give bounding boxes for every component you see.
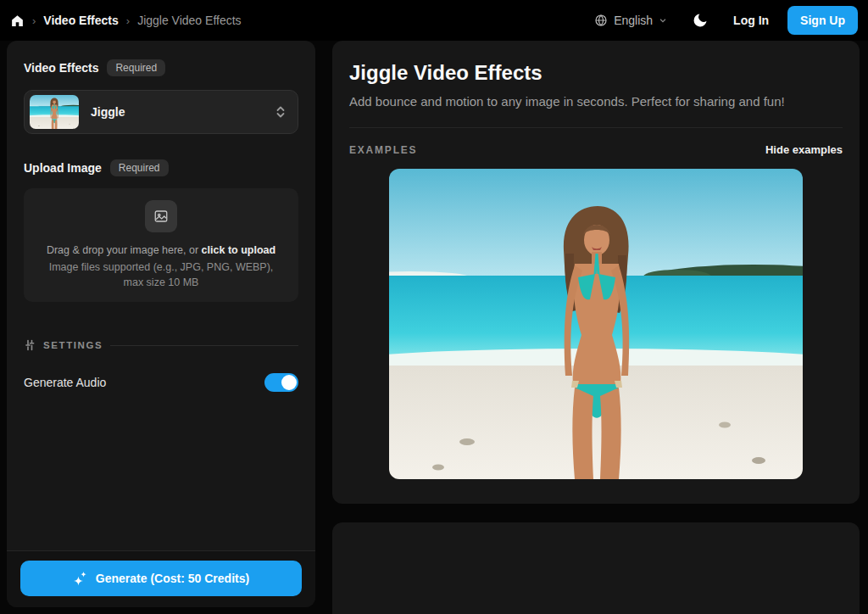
language-selector[interactable]: English — [591, 8, 670, 32]
page-title: Jiggle Video Effects — [349, 61, 843, 85]
login-button[interactable]: Log In — [723, 7, 779, 34]
image-dropzone[interactable]: Drag & drop your image here, or click to… — [24, 188, 298, 302]
settings-label: SETTINGS — [43, 340, 103, 350]
effect-detail-panel: Jiggle Video Effects Add bounce and moti… — [332, 41, 860, 504]
content-divider — [349, 127, 843, 128]
video-effects-field-header: Video Effects Required — [24, 59, 298, 76]
navbar-actions: English Log In Sign Up — [591, 6, 858, 35]
settings-section-header: SETTINGS — [24, 339, 298, 351]
signup-button[interactable]: Sign Up — [787, 6, 858, 35]
page-subtitle: Add bounce and motion to any image in se… — [349, 94, 843, 109]
language-label: English — [614, 14, 653, 27]
generate-audio-row: Generate Audio — [24, 373, 298, 392]
dark-mode-toggle[interactable] — [686, 6, 715, 35]
video-effects-label: Video Effects — [24, 61, 98, 75]
required-badge: Required — [107, 59, 165, 76]
dropzone-instruction: Drag & drop your image here, or click to… — [47, 243, 275, 259]
globe-icon — [594, 14, 608, 27]
dropzone-instruction-text: Drag & drop your image here, or — [47, 244, 202, 256]
top-navbar: › Video Effects › Jiggle Video Effects E… — [0, 0, 868, 41]
examples-label: EXAMPLES — [349, 144, 417, 156]
sidebar-footer: Generate (Cost: 50 Credits) — [7, 550, 315, 607]
upload-image-label: Upload Image — [24, 161, 102, 175]
dropzone-filetypes: Image files supported (e.g., JPG, PNG, W… — [44, 260, 278, 290]
effect-select[interactable]: Jiggle — [24, 90, 298, 134]
settings-divider — [110, 345, 298, 346]
generate-button-label: Generate (Cost: 50 Credits) — [96, 572, 249, 585]
image-placeholder-icon — [145, 200, 177, 232]
upload-field-header: Upload Image Required — [24, 159, 298, 176]
effect-select-value: Jiggle — [91, 105, 275, 119]
home-icon[interactable] — [10, 14, 25, 28]
required-badge: Required — [110, 159, 169, 176]
moon-icon — [692, 12, 709, 29]
generate-audio-label: Generate Audio — [24, 376, 106, 389]
breadcrumb-video-effects[interactable]: Video Effects — [43, 14, 118, 27]
chevron-down-icon — [659, 16, 667, 25]
breadcrumb-separator: › — [32, 14, 36, 27]
example-image — [389, 169, 803, 479]
sidebar-body: Video Effects Required — [7, 41, 315, 550]
click-to-upload-link[interactable]: click to upload — [202, 244, 276, 256]
breadcrumb-current-page: Jiggle Video Effects — [137, 14, 241, 27]
toggle-knob — [281, 375, 297, 390]
effect-thumbnail — [30, 95, 79, 129]
sliders-icon — [24, 339, 36, 351]
examples-header: EXAMPLES Hide examples — [349, 143, 843, 156]
generate-audio-toggle[interactable] — [264, 373, 298, 392]
generate-button[interactable]: Generate (Cost: 50 Credits) — [20, 561, 302, 596]
effect-config-sidebar: Video Effects Required — [7, 41, 315, 607]
hide-examples-link[interactable]: Hide examples — [765, 143, 843, 156]
breadcrumb-separator: › — [126, 14, 130, 27]
select-updown-icon — [275, 105, 286, 119]
sparkles-icon — [73, 571, 88, 586]
results-panel — [332, 522, 860, 614]
